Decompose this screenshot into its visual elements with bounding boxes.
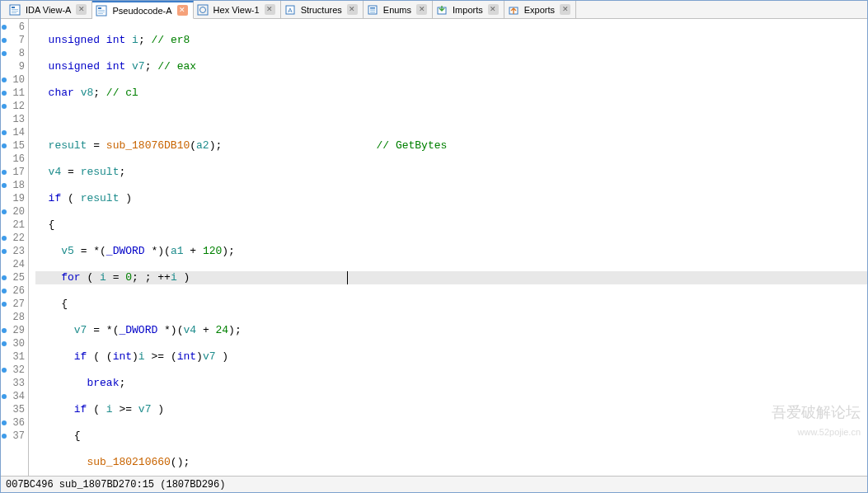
tab-label: Pseudocode-A	[112, 6, 171, 16]
tab-pseudocode[interactable]: Pseudocode-A ✕	[92, 1, 193, 19]
gutter-row[interactable]: 13	[1, 113, 28, 126]
line-number: 22	[10, 232, 25, 244]
line-number: 20	[10, 206, 25, 218]
svg-rect-15	[370, 7, 375, 9]
gutter-row[interactable]: 9	[1, 60, 28, 73]
gutter-row[interactable]: 8	[1, 47, 28, 60]
breakpoint-dot-icon[interactable]	[2, 368, 7, 373]
line-number: 12	[10, 101, 25, 112]
breakpoint-dot-icon[interactable]	[2, 420, 7, 425]
tab-bar: IDA View-A ✕ Pseudocode-A ✕ Hex View-1 ✕…	[1, 1, 867, 19]
svg-rect-8	[98, 12, 105, 12]
breakpoint-dot-icon[interactable]	[2, 183, 7, 188]
close-icon[interactable]: ✕	[488, 4, 499, 15]
gutter-row[interactable]: 32	[1, 364, 28, 377]
breakpoint-dot-icon[interactable]	[2, 328, 7, 333]
breakpoint-dot-icon[interactable]	[2, 77, 7, 82]
breakpoint-dot-icon[interactable]	[2, 302, 7, 307]
imports-icon	[436, 4, 448, 16]
breakpoint-dot-icon[interactable]	[2, 91, 7, 96]
gutter-row[interactable]: 23	[1, 245, 28, 258]
gutter-row[interactable]: 17	[1, 166, 28, 179]
gutter-row[interactable]: 16	[1, 153, 28, 166]
breakpoint-dot-icon[interactable]	[2, 236, 7, 241]
line-number: 6	[10, 21, 25, 33]
breakpoint-dot-icon[interactable]	[2, 38, 7, 43]
gutter-row[interactable]: 35	[1, 403, 28, 416]
close-icon[interactable]: ✕	[416, 4, 427, 15]
pseudocode-icon	[96, 5, 107, 16]
gutter-row[interactable]: 29	[1, 324, 28, 337]
breakpoint-dot-icon[interactable]	[2, 104, 7, 109]
tab-label: Structures	[301, 5, 342, 15]
gutter-row[interactable]: 31	[1, 350, 28, 364]
svg-rect-1	[12, 7, 15, 8]
status-text: 007BC496 sub_1807BD270:15 (1807BD296)	[6, 479, 225, 491]
tab-label: Enums	[383, 5, 411, 15]
gutter-row[interactable]: 14	[1, 126, 28, 139]
line-number: 37	[10, 430, 25, 442]
gutter-row[interactable]: 21	[1, 218, 28, 232]
watermark: 吾爱破解论坛www.52pojie.cn	[739, 387, 861, 458]
gutter-row[interactable]: 37	[1, 430, 28, 443]
line-number: 25	[10, 272, 25, 284]
line-number: 17	[10, 167, 25, 178]
close-icon[interactable]: ✕	[76, 4, 87, 15]
breakpoint-dot-icon[interactable]	[2, 394, 7, 399]
code-view[interactable]: unsigned int i; // er8 unsigned int v7; …	[29, 19, 867, 476]
breakpoint-dot-icon[interactable]	[2, 289, 7, 293]
breakpoint-dot-icon[interactable]	[2, 341, 7, 346]
close-icon[interactable]: ✕	[560, 4, 570, 15]
tab-structures[interactable]: A Structures ✕	[281, 1, 364, 18]
breakpoint-dot-icon[interactable]	[2, 434, 7, 439]
breakpoint-dot-icon[interactable]	[2, 170, 7, 175]
gutter-row[interactable]: 25	[1, 271, 28, 284]
tab-enums[interactable]: Enums ✕	[364, 1, 433, 18]
gutter-row[interactable]: 7	[1, 34, 28, 47]
gutter-row[interactable]: 26	[1, 284, 28, 298]
gutter-row[interactable]: 27	[1, 298, 28, 311]
gutter-row[interactable]: 15	[1, 139, 28, 153]
breakpoint-dot-icon[interactable]	[2, 25, 7, 30]
breakpoint-dot-icon[interactable]	[2, 249, 7, 254]
gutter-row[interactable]: 36	[1, 416, 28, 430]
tab-hex-view[interactable]: Hex View-1 ✕	[194, 1, 281, 18]
current-line: for ( i = 0; ; ++i )	[35, 271, 867, 284]
gutter-row[interactable]: 30	[1, 337, 28, 350]
breakpoint-dot-icon[interactable]	[2, 143, 7, 148]
gutter-row[interactable]: 18	[1, 179, 28, 192]
line-number: 27	[10, 298, 25, 310]
close-icon[interactable]: ✕	[177, 5, 188, 16]
line-number: 35	[10, 404, 25, 416]
tab-imports[interactable]: Imports ✕	[433, 1, 504, 18]
gutter-row[interactable]: 11	[1, 87, 28, 100]
gutter-row[interactable]: 28	[1, 311, 28, 324]
gutter-row[interactable]: 20	[1, 205, 28, 218]
line-number: 16	[10, 153, 25, 165]
gutter-row[interactable]: 34	[1, 390, 28, 403]
line-gutter: 6789101112131415161718192021222324252627…	[1, 19, 29, 476]
line-number: 29	[10, 325, 25, 336]
tab-ida-view[interactable]: IDA View-A ✕	[6, 1, 92, 18]
gutter-row[interactable]: 19	[1, 192, 28, 205]
structures-icon: A	[284, 4, 296, 16]
line-number: 18	[10, 180, 25, 191]
breakpoint-dot-icon[interactable]	[2, 209, 7, 214]
close-icon[interactable]: ✕	[265, 4, 275, 15]
svg-rect-2	[12, 9, 18, 10]
line-number: 31	[10, 351, 25, 363]
breakpoint-dot-icon[interactable]	[2, 51, 7, 56]
close-icon[interactable]: ✕	[347, 4, 358, 15]
gutter-row[interactable]: 12	[1, 100, 28, 113]
gutter-row[interactable]: 10	[1, 73, 28, 87]
tab-exports[interactable]: Exports ✕	[504, 1, 576, 18]
breakpoint-dot-icon[interactable]	[2, 130, 7, 135]
svg-text:A: A	[288, 7, 293, 14]
svg-rect-16	[370, 9, 375, 11]
gutter-row[interactable]: 24	[1, 258, 28, 271]
line-number: 13	[10, 114, 25, 125]
gutter-row[interactable]: 33	[1, 377, 28, 390]
gutter-row[interactable]: 22	[1, 232, 28, 245]
gutter-row[interactable]: 6	[1, 21, 28, 34]
breakpoint-dot-icon[interactable]	[2, 275, 7, 280]
